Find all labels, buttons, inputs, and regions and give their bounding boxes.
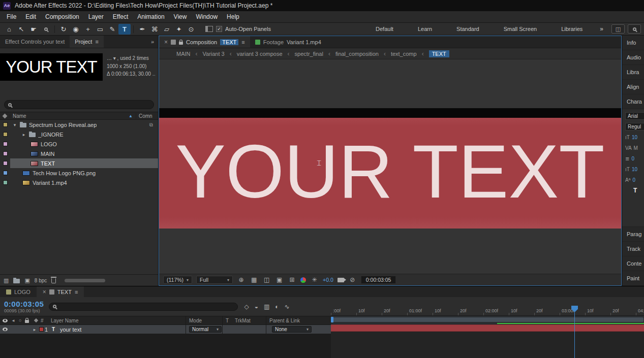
menu-animation[interactable]: Animation (133, 13, 169, 20)
tab-character[interactable]: Chara (622, 94, 644, 109)
layer-number-column[interactable]: # (41, 318, 51, 323)
timeline-tab-text[interactable]: × TEXT ≡ (37, 286, 84, 297)
panel-overflow-icon[interactable]: » (147, 36, 158, 48)
brush-tool-icon[interactable]: ✒ (136, 24, 148, 35)
workspace-standard[interactable]: Standard (444, 26, 492, 32)
label-chip[interactable] (0, 161, 10, 166)
hand-tool-icon[interactable]: ☛ (27, 24, 40, 35)
panel-menu-icon[interactable]: ≡ (241, 39, 244, 45)
label-column-icon[interactable] (0, 114, 10, 118)
menu-effect[interactable]: Effect (108, 13, 133, 20)
twirl-open-icon[interactable]: ▾ (12, 122, 17, 127)
breadcrumb-text-comp[interactable]: text_comp (391, 51, 417, 57)
snapshot-camera-icon[interactable] (338, 278, 344, 282)
layer-visibility-icon[interactable] (3, 328, 8, 331)
menu-help[interactable]: Help (222, 13, 244, 20)
video-visibility-icon[interactable] (3, 319, 8, 322)
puppet-pin-tool-icon[interactable]: ⊙ (185, 24, 197, 35)
menu-layer[interactable]: Layer (84, 13, 108, 20)
pixel-aspect-icon[interactable]: ⊞ (288, 276, 296, 283)
shy-layers-icon[interactable]: ◒ (255, 303, 258, 310)
tab-project[interactable]: Project ≡ (70, 36, 104, 48)
tab-paint[interactable]: Paint (622, 271, 644, 286)
tab-tracker[interactable]: Track (622, 242, 644, 256)
blend-mode-dropdown[interactable]: Normal ▾ (189, 326, 222, 333)
layer-name[interactable]: your text (60, 327, 186, 333)
menu-edit[interactable]: Edit (21, 13, 41, 20)
mode-column[interactable]: Mode (186, 316, 222, 324)
timeline-tab-logo[interactable]: LOGO (0, 286, 37, 297)
project-row-ignore-folder[interactable]: ▸ _IGNORE (0, 129, 158, 139)
font-style-dropdown[interactable]: Regul (625, 123, 644, 131)
rotate-tool-icon[interactable]: ↻ (57, 24, 70, 35)
twirl-closed-icon[interactable]: ▸ (21, 132, 26, 137)
tracking-value[interactable]: 0 (631, 156, 634, 161)
zoom-tool-icon[interactable] (40, 24, 52, 35)
label-chip[interactable] (0, 151, 10, 156)
graph-editor-icon[interactable]: ∿ (284, 303, 289, 310)
name-column-header[interactable]: Name ▲ (10, 113, 136, 119)
project-row-main-comp[interactable]: MAIN (0, 149, 158, 158)
composition-mini-flowchart-icon[interactable]: ◇ (244, 303, 249, 310)
horizontal-scrollbar[interactable] (65, 279, 105, 282)
playhead-line[interactable] (574, 312, 575, 358)
clone-stamp-tool-icon[interactable]: ⌘ (148, 24, 161, 35)
layer-row-your-text[interactable]: ▸ 1 T your text Normal ▾ (0, 325, 331, 334)
timeline-search-input[interactable] (59, 304, 234, 310)
menu-file[interactable]: File (2, 13, 21, 20)
frame-blending-icon[interactable]: ▥ (264, 303, 269, 310)
layer-name-column[interactable]: Layer Name (51, 318, 186, 323)
new-composition-icon[interactable]: ▣ (24, 277, 29, 284)
breadcrumb-text-current[interactable]: TEXT (429, 50, 449, 57)
selection-tool-icon[interactable]: ↖ (15, 24, 27, 35)
zoom-dropdown[interactable]: (117%) ▾ (163, 276, 192, 284)
tab-paragraph[interactable]: Parag (622, 227, 644, 242)
lock-icon[interactable] (25, 320, 29, 323)
preview-timecode[interactable]: 0:00:03:05 (361, 276, 396, 284)
show-snapshot-icon[interactable]: ⊘ (348, 276, 357, 283)
tab-audio[interactable]: Audio (622, 50, 644, 65)
label-chip[interactable] (0, 180, 10, 185)
tab-info[interactable]: Info (622, 36, 644, 50)
interpret-footage-icon[interactable]: ▥ (4, 277, 9, 284)
panel-menu-icon[interactable]: ≡ (75, 289, 78, 295)
exposure-icon[interactable]: ✳ (310, 276, 319, 283)
roto-brush-tool-icon[interactable]: ✦ (173, 24, 185, 35)
camera-tool-icon[interactable]: ◉ (70, 24, 82, 35)
work-area-start-handle[interactable] (331, 317, 333, 322)
label-chip[interactable] (0, 122, 10, 127)
tab-composition-text[interactable]: × Composition TEXT ≡ (159, 36, 250, 48)
vertical-scale-value[interactable]: 10 (632, 167, 637, 172)
delete-icon[interactable] (51, 278, 56, 283)
comp-text-layer[interactable]: YOUR TEXT (175, 134, 604, 209)
label-chip[interactable] (0, 171, 10, 175)
menu-window[interactable]: Window (191, 13, 222, 20)
motion-blur-icon[interactable]: ◐ (275, 303, 279, 310)
project-bit-depth[interactable]: 8 bpc (35, 278, 47, 283)
breadcrumb-variant-3-compose[interactable]: variant 3 compose (237, 51, 283, 57)
faux-bold-icon[interactable]: T (625, 187, 644, 194)
solo-icon[interactable]: ○ (19, 318, 21, 323)
project-row-variant-mp4[interactable]: Variant 1.mp4 (0, 178, 158, 187)
workspace-overflow-icon[interactable]: » (595, 25, 608, 32)
time-ruler[interactable]: :00f 10f 20f 01:00f 10f 20f 02:00f 10f 2… (331, 297, 644, 316)
layer-expander-icon[interactable]: ▸ (32, 327, 38, 332)
lock-icon[interactable] (179, 42, 183, 45)
breadcrumb-variant-3[interactable]: Variant 3 (203, 51, 225, 57)
show-channel-icon[interactable] (300, 277, 306, 283)
sort-ascending-icon[interactable]: ▲ (129, 114, 133, 118)
project-row-text-comp[interactable]: TEXT (0, 158, 158, 168)
font-size-value[interactable]: 10 (632, 135, 637, 140)
shape-tool-icon[interactable]: ▭ (94, 24, 106, 35)
transparency-grid-icon[interactable]: ▦ (250, 276, 258, 283)
search-help-icon[interactable] (628, 24, 641, 34)
breadcrumb-final-composition[interactable]: final_composition (335, 51, 379, 57)
layer-label-chip[interactable] (38, 327, 45, 332)
workspace-default[interactable]: Default (363, 26, 406, 32)
timeline-track-area[interactable]: :00f 10f 20f 01:00f 10f 20f 02:00f 10f 2… (331, 297, 644, 358)
work-area-region[interactable] (331, 317, 643, 322)
exposure-value[interactable]: +0.0 (323, 277, 333, 283)
tab-libraries[interactable]: Libra (622, 65, 644, 80)
workspace-learn[interactable]: Learn (406, 26, 444, 32)
comment-column-header[interactable]: Comn (136, 113, 158, 119)
